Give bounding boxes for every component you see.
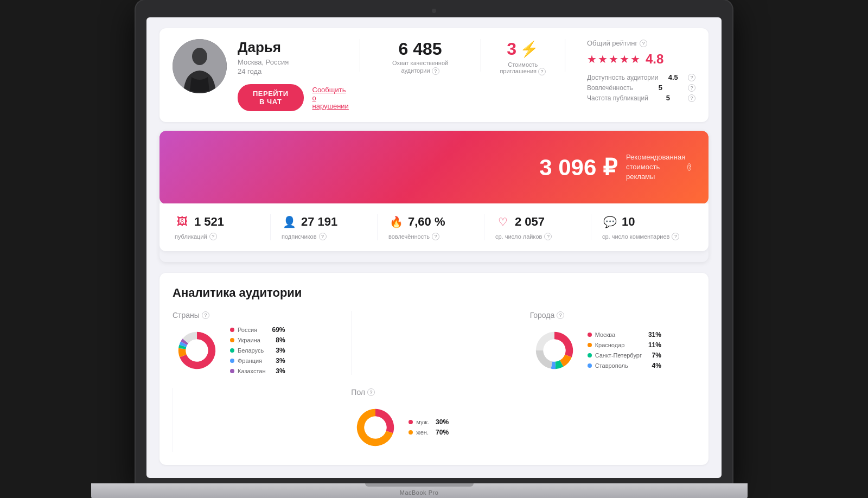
legend-dot-2-1 [409,430,413,435]
legend-item-0-2: Беларусь 3% [230,347,285,354]
stat-header-4: 💬 10 [602,214,693,229]
stat-card-1: 👤 27 191 подписчиков ? [277,214,378,240]
stat-card-2: 🔥 7,60 % вовлечённость ? [384,214,484,240]
analytics-col-title-2: Пол ? [351,388,516,397]
analytics-question-1[interactable]: ? [557,311,564,319]
legend-label-2-0: муж. [416,419,429,425]
banner-question-icon[interactable]: ? [687,163,691,171]
engagement-question-icon[interactable]: ? [688,84,695,92]
stats-row: 🖼 1 521 публикаций ? 👤 27 191 подписчико… [159,203,709,251]
audience-question-icon[interactable]: ? [688,74,695,81]
stat-card-4: 💬 10 ср. число комментариев ? [598,214,698,240]
avatar [173,39,227,93]
cost-section: 3 ⚡ Стоимость приглашения ? [492,39,554,75]
legend-label-1-3: Ставрополь [595,362,642,369]
legend-label-0-1: Украина [238,337,266,343]
donut-chart-2 [351,403,400,452]
stat-number-0: 1 521 [194,215,224,229]
analytics-col-2: Пол ? муж. 30% жен. 70% [351,388,516,452]
profile-location: Москва, Россия [238,58,349,66]
legend-item-1-2: Санкт-Петербург 7% [588,352,661,359]
legend-label-2-1: жен. [416,429,429,436]
analytics-col-1: Города ? Москва 31% Краснодар 11% Санкт-… [530,311,695,375]
cost-number: 3 ⚡ [507,39,539,59]
report-link[interactable]: Сообщить о нарушении [312,86,349,110]
stat-card-3: ♡ 2 057 ср. число лайков ? [491,214,591,240]
legend-item-0-4: Казахстан 3% [230,367,285,375]
legend-label-0-2: Беларусь [238,347,266,354]
stat-number-4: 10 [622,215,635,229]
legend-label-0-3: Франция [238,357,266,364]
profile-name: Дарья [238,39,349,56]
stat-number-1: 27 191 [301,215,337,229]
legend-item-2-1: жен. 70% [409,429,449,436]
stat-label-3: ср. число лайков ? [495,233,586,240]
svg-point-4 [365,416,387,438]
legend-value-1-1: 11% [645,341,661,349]
reach-question-icon[interactable]: ? [432,67,439,75]
analytics-grid: Страны ? Россия 69% Украина 8% Беларусь … [173,311,695,452]
rating-row-engagement: Вовлечённость 5 ? [587,84,695,92]
laptop-screen-bezel: Дарья Москва, Россия 24 года ПЕРЕЙТИ В Ч… [136,0,732,483]
divider-2 [481,39,481,72]
legend-dot-0-0 [230,328,234,332]
frequency-question-icon[interactable]: ? [688,94,695,102]
legend-item-0-3: Франция 3% [230,357,285,365]
legend-value-2-1: 70% [432,429,449,436]
legend-dot-1-1 [588,343,592,347]
stat-icon-2: 🔥 [388,214,404,229]
legend-label-0-0: Россия [238,327,266,333]
rating-stars-row: ★★★★★ 4.8 [587,52,695,67]
stat-question-0[interactable]: ? [209,233,217,240]
reach-section: 6 485 Охват качественной аудитории ? [382,39,459,75]
legend-value-1-2: 7% [645,352,661,359]
analytics-question-2[interactable]: ? [367,388,375,396]
stat-label-1: подписчиков ? [282,233,373,240]
stat-icon-3: ♡ [495,214,510,229]
legend-value-0-4: 3% [269,367,285,375]
legend-2: муж. 30% жен. 70% [409,418,449,436]
profile-card: Дарья Москва, Россия 24 года ПЕРЕЙТИ В Ч… [159,28,709,122]
stat-question-2[interactable]: ? [432,233,439,240]
camera-dot [432,9,436,13]
rating-stars: ★★★★★ [587,53,641,66]
analytics-section: Аналитика аудитории Страны ? Россия 69% … [159,273,709,465]
divider-3 [565,39,565,72]
donut-chart-0 [173,326,221,375]
legend-dot-1-2 [588,353,592,357]
rating-question-icon[interactable]: ? [640,40,647,47]
analytics-col-title-0: Страны ? [173,311,338,320]
stat-header-1: 👤 27 191 [282,214,373,229]
avatar-image [173,39,227,93]
screen-inner: Дарья Москва, Россия 24 года ПЕРЕЙТИ В Ч… [146,17,722,478]
stat-question-3[interactable]: ? [544,233,552,240]
legend-dot-0-1 [230,338,234,342]
legend-label-1-0: Москва [595,331,642,338]
profile-age: 24 года [238,67,349,75]
legend-dot-0-4 [230,369,234,373]
legend-dot-0-2 [230,348,234,353]
legend-value-0-1: 8% [269,336,285,344]
rating-overall-value: 4.8 [646,52,663,67]
stat-label-0: публикаций ? [175,233,266,240]
legend-label-1-2: Санкт-Петербург [595,352,642,359]
chart-legend-2: муж. 30% жен. 70% [351,403,516,452]
profile-actions: ПЕРЕЙТИ В ЧАТ Сообщить о нарушении [238,84,349,111]
stat-question-4[interactable]: ? [672,233,679,240]
chat-button[interactable]: ПЕРЕЙТИ В ЧАТ [238,84,304,111]
cost-question-icon[interactable]: ? [538,68,546,75]
analytics-question-0[interactable]: ? [202,311,209,319]
laptop-wrapper: Дарья Москва, Россия 24 года ПЕРЕЙТИ В Ч… [136,0,732,498]
donut-chart-1 [530,326,579,375]
page-content: Дарья Москва, Россия 24 года ПЕРЕЙТИ В Ч… [146,17,722,478]
svg-point-1 [192,48,207,65]
banner-label: Рекомендованная стоимость рекламы ? [626,152,691,182]
stat-icon-4: 💬 [602,214,617,229]
legend-dot-1-3 [588,363,592,368]
legend-dot-1-0 [588,333,592,337]
legend-value-1-0: 31% [645,331,661,339]
bolt-icon: ⚡ [520,40,539,58]
stat-question-1[interactable]: ? [319,233,327,240]
legend-value-2-0: 30% [432,418,449,426]
svg-point-2 [186,339,208,361]
